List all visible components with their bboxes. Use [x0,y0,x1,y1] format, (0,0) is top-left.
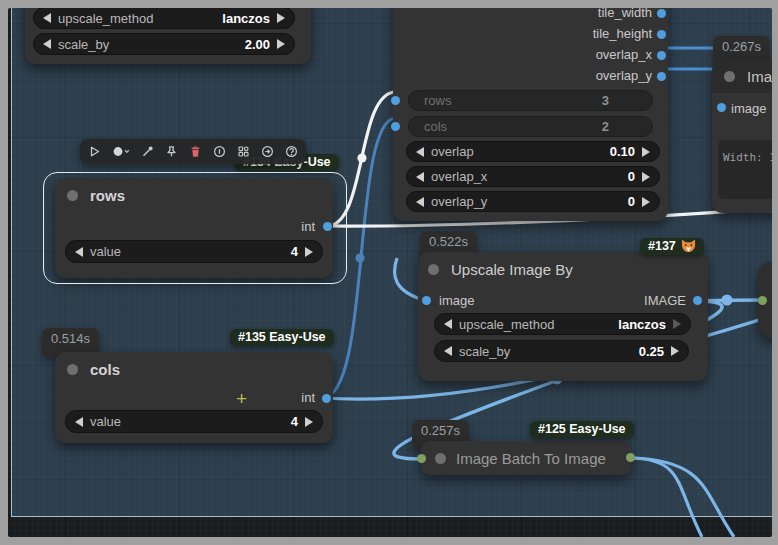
node-badge: #125 Easy-Use [530,421,634,438]
widget-value: 2 [602,119,609,134]
widget-label: upscale_method [58,11,215,26]
node-collapsed-right[interactable] [758,262,772,338]
badge-text: #125 Easy-Use [538,422,626,436]
output-label-image: IMAGE [644,293,686,308]
decrement-arrow[interactable] [43,13,51,23]
exec-time: 0.267s [722,39,761,54]
widget-overlap[interactable]: overlap 0.10 [406,141,660,162]
increment-arrow[interactable] [642,197,650,207]
run-icon[interactable] [88,145,101,158]
node-title-bar[interactable]: Image Batch To Image [421,441,631,475]
increment-arrow[interactable] [305,417,313,427]
widget-value: 2.00 [245,37,270,52]
collapse-dot[interactable] [67,190,78,201]
collapse-dot[interactable] [724,71,735,82]
node-image-preview[interactable]: Ima image Width: 1 [712,60,772,213]
layout-icon[interactable] [237,145,250,158]
input-socket-rows[interactable] [391,96,400,105]
widget-value: 0 [628,169,635,184]
widget-upscale-method[interactable]: upscale_method lanczos [33,8,295,29]
increment-arrow[interactable] [673,319,681,329]
widget-label: cols [418,119,595,134]
widget-label: value [90,414,284,429]
widget-scale-by[interactable]: scale_by 0.25 [434,340,689,362]
widget-label: scale_by [459,344,632,359]
output-socket-overlap-y[interactable] [657,72,666,81]
goto-icon[interactable] [261,145,274,158]
widget-value[interactable]: value 4 [65,410,323,433]
widget-label: overlap_x [431,169,621,184]
collapsed-input-socket[interactable] [417,454,426,463]
fox-icon [681,239,696,253]
node-title: Upscale Image By [451,261,573,278]
node-tile-settings[interactable]: tile_width tile_height overlap_x overlap… [393,8,668,221]
exec-time: 0.257s [421,423,460,438]
node-color-icon[interactable] [112,145,130,158]
node-upscale-image-by[interactable]: Upscale Image By image IMAGE upscale_met… [418,252,708,381]
widget-cols-as-input[interactable]: cols 2 [408,116,653,137]
increment-arrow[interactable] [642,147,650,157]
decrement-arrow[interactable] [75,417,83,427]
node-title-bar[interactable]: Ima [712,60,772,93]
input-socket-image[interactable] [717,103,726,112]
widget-rows-as-input[interactable]: rows 3 [408,90,653,111]
output-label-overlap-y: overlap_y [596,68,652,83]
decrement-arrow[interactable] [416,197,424,207]
increment-arrow[interactable] [671,346,679,356]
decrement-arrow[interactable] [444,346,452,356]
input-socket-cols[interactable] [391,122,400,131]
increment-arrow[interactable] [305,247,313,257]
input-socket-collapsed[interactable] [758,296,767,305]
output-socket-overlap-x[interactable] [657,51,666,60]
collapse-dot[interactable] [435,453,446,464]
output-socket-tile-width[interactable] [657,9,666,18]
exec-time: 0.522s [429,234,468,249]
info-icon[interactable] [213,145,226,158]
widget-value[interactable]: value 4 [65,240,323,263]
decrement-arrow[interactable] [416,172,424,182]
increment-arrow[interactable] [277,39,285,49]
node-title-bar[interactable]: Upscale Image By [418,252,708,286]
node-title: Ima [747,68,772,85]
node-graph-canvas[interactable]: upscale_method lanczos scale_by 2.00 til… [8,8,772,537]
pipette-icon[interactable] [141,145,154,158]
output-socket-int[interactable] [323,222,332,231]
badge-text: #137 [648,239,676,253]
widget-value: 4 [291,414,298,429]
widget-upscale-method[interactable]: upscale_method lanczos [434,313,691,335]
node-upscale-ref[interactable]: upscale_method lanczos scale_by 2.00 [25,8,311,64]
help-icon[interactable] [285,145,298,158]
input-label-image: image [439,293,474,308]
collapsed-output-socket[interactable] [626,453,635,462]
collapse-dot[interactable] [67,364,78,375]
collapse-dot[interactable] [428,264,439,275]
node-title-bar[interactable]: rows [55,178,333,212]
output-socket-image[interactable] [693,296,702,305]
decrement-arrow[interactable] [416,147,424,157]
node-image-batch-to-image[interactable]: Image Batch To Image [421,441,631,475]
widget-scale-by[interactable]: scale_by 2.00 [33,33,295,55]
node-title-bar[interactable]: cols [55,352,333,386]
widget-value: 4 [291,244,298,259]
output-socket-tile-height[interactable] [657,30,666,39]
decrement-arrow[interactable] [444,319,452,329]
input-socket-image[interactable] [422,296,431,305]
widget-label: overlap_y [431,194,621,209]
decrement-arrow[interactable] [75,247,83,257]
widget-overlap-x[interactable]: overlap_x 0 [406,166,660,187]
output-socket-int[interactable] [322,394,331,403]
increment-arrow[interactable] [642,172,650,182]
decrement-arrow[interactable] [43,39,51,49]
node-badge: #137 [640,238,704,255]
widget-value: 0.10 [610,144,635,159]
node-cols[interactable]: cols int value 4 [55,352,333,443]
pin-icon[interactable] [165,145,178,158]
output-label-tile-height: tile_height [593,26,652,41]
node-rows[interactable]: rows int value 4 [55,178,333,278]
node-title: Image Batch To Image [456,450,606,467]
widget-overlap-y[interactable]: overlap_y 0 [406,191,660,212]
delete-icon[interactable] [189,145,202,158]
increment-arrow[interactable] [277,13,285,23]
node-toolbar[interactable] [80,139,306,164]
widget-label: scale_by [58,37,238,52]
